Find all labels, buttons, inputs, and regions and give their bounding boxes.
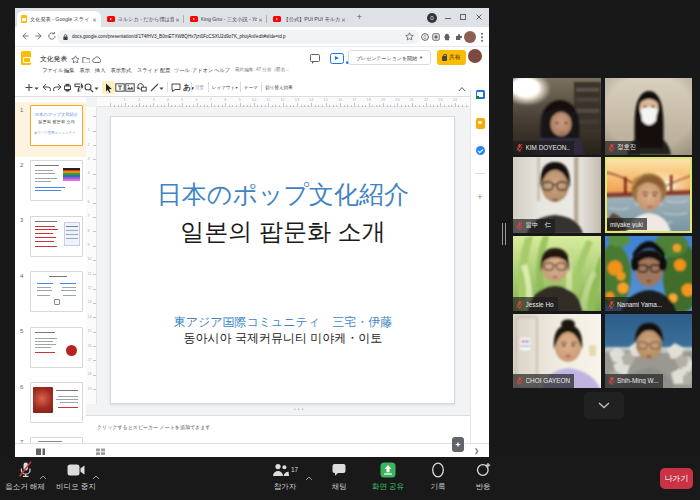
google-tasks-icon[interactable]	[476, 146, 485, 155]
chevron-up-icon[interactable]	[92, 466, 100, 484]
account-avatar[interactable]	[468, 49, 482, 63]
tab-close-icon[interactable]: ✕	[258, 16, 263, 22]
tab-close-icon[interactable]: ✕	[341, 16, 346, 22]
chevron-up-icon[interactable]	[39, 466, 47, 484]
video-tile-4[interactable]: Jessie Ho	[513, 236, 601, 312]
present-button[interactable]: プレゼンテーションを開始 ▼	[348, 50, 431, 65]
video-tile-1[interactable]: 정호진	[605, 78, 693, 155]
redo-icon[interactable]	[53, 83, 62, 91]
menu-addons[interactable]: アドオン	[192, 67, 213, 74]
chevron-up-icon[interactable]	[305, 467, 313, 485]
tab-close-icon[interactable]: ✕	[92, 16, 97, 22]
slide-thumbnail-row-3[interactable]: 3	[15, 212, 86, 267]
menu-format[interactable]: 表示形式	[111, 67, 132, 74]
slide-thumbnail-row-6[interactable]: 6	[15, 379, 86, 434]
chrome-menu-icon[interactable]	[480, 32, 484, 43]
forward-icon[interactable]	[34, 31, 44, 41]
extension-icon[interactable]	[443, 33, 451, 41]
reload-icon[interactable]	[47, 31, 57, 41]
layout-button[interactable]: レイアウト▾	[212, 85, 238, 90]
slide-subtitle-korean[interactable]: 동아시아 국제커뮤니티 미야케・이토	[111, 330, 454, 347]
collapse-toolbar-icon[interactable]	[458, 86, 466, 92]
document-title[interactable]: 文化発表	[40, 54, 67, 64]
slide-subtitle-japanese[interactable]: 東アジア国際コミュニティ 三宅・伊藤	[111, 314, 454, 331]
tab-youtube-1[interactable]: ヨルシカ - だから僕は音楽を辞めた… ✕	[103, 11, 184, 27]
slide-thumbnail[interactable]: 日本のポップ文化紹介 일본의 팝문화 소개 東アジア国際コミュニティ 三宅・伊藤	[30, 105, 83, 146]
insert-image-icon[interactable]	[125, 83, 135, 92]
add-slide-caret-icon[interactable]	[34, 87, 39, 91]
window-close-button[interactable]	[475, 13, 483, 21]
tab-youtube-3[interactable]: 【公式】PUI PUI モルカー 第1話… ✕	[269, 11, 350, 27]
extension-icon[interactable]: 0	[421, 33, 429, 41]
google-keep-icon[interactable]	[476, 118, 485, 129]
menu-slide[interactable]: スライド	[137, 67, 158, 74]
menu-arrange[interactable]: 配置	[160, 67, 170, 74]
leave-meeting-button[interactable]: 나가기	[660, 468, 693, 489]
last-edit-link[interactable]: 最終編集: 47 分前（匿名...	[235, 67, 293, 72]
get-addons-icon[interactable]: +	[475, 192, 485, 202]
paint-format-icon[interactable]	[74, 83, 83, 92]
tab-close-icon[interactable]: ✕	[175, 16, 180, 22]
menu-view[interactable]: 表示	[80, 67, 90, 74]
move-folder-icon[interactable]	[82, 56, 90, 63]
extensions-puzzle-icon[interactable]	[455, 33, 463, 41]
record-button[interactable]: 기록	[413, 461, 463, 492]
comment-history-icon[interactable]	[310, 54, 320, 62]
chat-button[interactable]: 채팅	[314, 461, 364, 492]
slide-title-japanese[interactable]: 日本のポップ文化紹介	[111, 178, 454, 211]
input-tools-icon[interactable]: あ▾	[183, 82, 194, 93]
video-tile-7[interactable]: Shih-Ming W...	[605, 314, 693, 388]
profile-avatar[interactable]	[464, 31, 476, 43]
slide-thumbnail[interactable]	[30, 271, 83, 312]
collapse-videos-button[interactable]	[584, 392, 624, 419]
slide-title-korean[interactable]: 일본의 팝문화 소개	[111, 216, 454, 248]
video-tile-5[interactable]: Nanami Yama...	[605, 236, 693, 312]
menu-edit[interactable]: 編集	[64, 67, 74, 74]
theme-button[interactable]: テーマ	[244, 85, 258, 90]
transition-button[interactable]: 切り替え効果	[265, 85, 293, 90]
extension-icon[interactable]	[432, 33, 440, 41]
omnibox[interactable]: docs.google.com/presentation/d/1T4fHV3_B…	[57, 30, 420, 44]
select-tool-icon[interactable]	[102, 81, 115, 94]
share-button[interactable]: 共有	[437, 50, 466, 65]
text-box-icon[interactable]	[115, 83, 125, 92]
menu-file[interactable]: ファイル	[42, 67, 63, 74]
google-calendar-icon[interactable]	[476, 90, 485, 99]
bookmark-star-icon[interactable]	[405, 32, 414, 41]
chevron-right-icon[interactable]: ❯	[474, 447, 479, 454]
slide-thumbnail-row-1[interactable]: 1 日本のポップ文化紹介 일본의 팝문화 소개 東アジア国際コミュニティ 三宅・…	[15, 102, 86, 157]
participants-button[interactable]: 17 참가자	[260, 461, 310, 492]
tab-youtube-2[interactable]: King Gnu - 三文小説 - YouTube ✕	[186, 11, 267, 27]
print-icon[interactable]	[63, 83, 72, 92]
video-tile-2[interactable]: 畠中 仁	[513, 157, 601, 233]
share-screen-button[interactable]: 화면 공유	[363, 461, 413, 492]
grid-view-icon[interactable]	[96, 448, 105, 456]
insert-comment-icon[interactable]	[171, 83, 181, 92]
slide-thumbnail-row-5[interactable]: 5	[15, 323, 86, 378]
present-to-meeting-icon[interactable]	[330, 53, 344, 64]
slides-app-icon[interactable]	[21, 51, 31, 65]
window-minimize-button[interactable]	[444, 13, 452, 21]
undo-icon[interactable]	[42, 83, 51, 91]
slide-thumbnail[interactable]	[30, 216, 83, 257]
filmstrip-view-icon[interactable]	[36, 448, 45, 456]
video-tile-3[interactable]: miyake yuki	[605, 157, 693, 233]
insert-shape-icon[interactable]	[137, 83, 147, 92]
reactions-button[interactable]: 반응	[458, 461, 508, 492]
current-slide[interactable]: 日本のポップ文化紹介 일본의 팝문화 소개 東アジア国際コミュニティ 三宅・伊藤…	[110, 116, 455, 404]
back-icon[interactable]	[20, 31, 30, 41]
slide-thumbnail-row-7[interactable]: 7	[15, 434, 86, 443]
menu-tools[interactable]: ツール	[174, 67, 190, 74]
speaker-notes[interactable]: クリックするとスピーカー ノートを追加できます	[86, 415, 470, 443]
star-document-icon[interactable]	[71, 55, 79, 63]
slide-thumbnail[interactable]	[30, 160, 83, 201]
zoom-icon[interactable]	[84, 83, 94, 93]
slide-thumbnail-row-2[interactable]: 2	[15, 157, 86, 212]
line-caret-icon[interactable]	[159, 87, 164, 91]
tab-slides[interactable]: 文化発表 - Google スライド ✕	[17, 11, 101, 27]
new-tab-button[interactable]: +	[355, 13, 364, 22]
notes-resize-handle[interactable]: • • •	[294, 407, 304, 412]
tab-counter-badge[interactable]: 0	[427, 13, 437, 23]
video-tile-6[interactable]: CHOI GAYEON	[513, 314, 601, 388]
zoom-caret-icon[interactable]	[94, 87, 99, 91]
